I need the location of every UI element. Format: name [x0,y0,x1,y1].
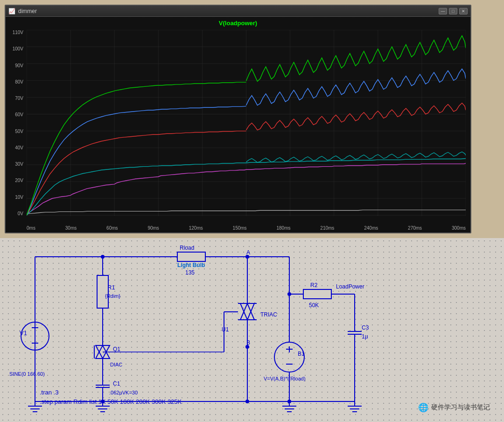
svg-point-95 [287,292,291,296]
window-title: dimmer [18,8,37,14]
graph-window: 📈 dimmer — □ ✕ V(loadpower) 0V 10V 20V 3… [5,5,471,233]
y-label-90: 90V [7,63,25,68]
svg-text:DIAC: DIAC [110,362,122,367]
watermark-text: 硬件学习与读书笔记 [431,403,490,412]
graph-area: V(loadpower) 0V 10V 20V 30V 40V 50V 60V … [6,17,470,232]
x-label-300ms: 300ms [452,225,466,231]
svg-text:A: A [246,249,250,256]
schematic-svg: V1 SINE(0 166 60) R1 {Rdim} Q1 DIAC [0,238,504,422]
x-label-240ms: 240ms [364,225,378,231]
svg-point-78 [245,400,249,403]
svg-rect-57 [177,252,205,261]
svg-text:Light Bulb: Light Bulb [177,262,205,268]
svg-text:V1: V1 [20,330,27,337]
svg-text:TRIAC: TRIAC [260,311,277,318]
graph-svg [27,30,466,216]
x-label-270ms: 270ms [408,225,422,231]
svg-text:B1: B1 [298,351,305,357]
svg-text:R2: R2 [310,282,318,288]
app-icon: 📈 [8,8,15,14]
svg-rect-36 [97,275,108,308]
wechat-icon: 🌐 [418,402,428,413]
y-label-20: 20V [7,178,25,183]
schematic-area: V1 SINE(0 166 60) R1 {Rdim} Q1 DIAC [0,238,504,422]
title-buttons: — □ ✕ [439,8,468,14]
svg-text:LoadPower: LoadPower [336,283,364,290]
title-bar-left: 📈 dimmer [8,8,37,14]
svg-marker-68 [240,303,254,320]
y-label-70: 70V [7,96,25,101]
minimize-button[interactable]: — [439,8,447,14]
svg-text:Rload: Rload [180,245,194,251]
y-label-60: 60V [7,112,25,117]
svg-text:1μ: 1μ [362,333,368,340]
svg-text:135: 135 [185,269,195,276]
x-label-180ms: 180ms [276,225,290,231]
svg-text:C3: C3 [362,324,369,331]
svg-text:U1: U1 [222,326,229,333]
y-label-80: 80V [7,79,25,84]
graph-title: V(loadpower) [6,20,470,27]
y-label-100: 100V [7,46,25,51]
x-label-0ms: 0ms [27,225,35,231]
svg-text:C1: C1 [113,380,120,387]
svg-text:Q1: Q1 [113,346,120,352]
x-label-90ms: 90ms [147,225,159,231]
x-label-30ms: 30ms [65,225,77,231]
x-label-210ms: 210ms [320,225,334,231]
svg-text:50K: 50K [309,302,319,309]
svg-text:.tran .3: .tran .3 [40,389,58,396]
y-label-30: 30V [7,162,25,167]
x-label-120ms: 120ms [189,225,203,231]
maximize-button[interactable]: □ [449,8,457,14]
graph-canvas [27,30,466,216]
y-label-0: 0V [7,211,25,216]
title-bar: 📈 dimmer — □ ✕ [6,6,470,17]
svg-text:.062μVK=30: .062μVK=30 [109,390,138,395]
svg-text:R1: R1 [107,284,115,291]
x-label-150ms: 150ms [233,225,247,231]
close-button[interactable]: ✕ [459,8,468,14]
y-label-50: 50V [7,129,25,134]
y-label-110: 110V [7,30,25,35]
y-axis: 0V 10V 20V 30V 40V 50V 60V 70V 80V 90V 1… [6,30,26,216]
x-label-60ms: 60ms [106,225,118,231]
watermark: 🌐 硬件学习与读书笔记 [418,402,490,413]
y-label-10: 10V [7,195,25,200]
svg-text:.step param Rdim list 1K 50K 1: .step param Rdim list 1K 50K 100K 200K 3… [40,398,182,405]
x-axis: 0ms 30ms 60ms 90ms 120ms 150ms 180ms 210… [27,225,466,231]
svg-marker-67 [240,303,254,320]
svg-text:{Rdim}: {Rdim} [105,293,120,299]
svg-text:V=V(A,B)*I(Rload): V=V(A,B)*I(Rload) [264,376,306,381]
y-label-40: 40V [7,145,25,150]
svg-rect-90 [303,289,331,299]
svg-text:SINE(0 166 60): SINE(0 166 60) [9,371,45,377]
